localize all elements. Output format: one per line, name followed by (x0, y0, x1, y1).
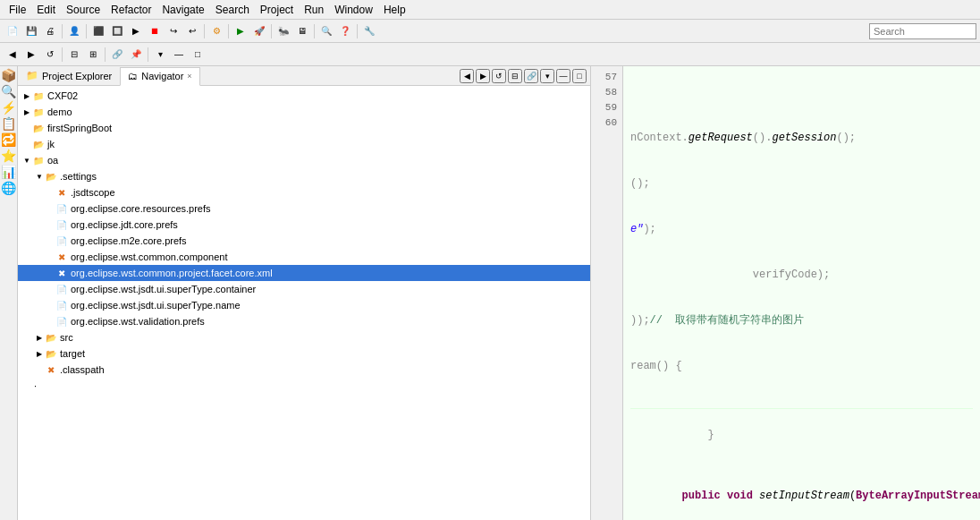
menu-project[interactable]: Project (255, 2, 299, 18)
search-icon-btn[interactable]: 🔍 (317, 22, 335, 40)
stop-btn[interactable]: ⏹ (146, 22, 164, 40)
tree-item-super-container[interactable]: 📄 org.eclipse.wst.jsdt.ui.superType.cont… (18, 281, 590, 297)
back-btn[interactable]: ◀ (4, 46, 21, 64)
link-btn[interactable]: 🔗 (108, 46, 126, 64)
tree-item-resources[interactable]: 📄 org.eclipse.core.resources.prefs (18, 200, 590, 217)
collapse-btn[interactable]: ⊟ (65, 46, 83, 64)
minimize-btn[interactable]: — (170, 46, 188, 64)
tab-forward[interactable]: ▶ (476, 69, 490, 83)
step-into-btn[interactable]: ↩ (183, 22, 201, 40)
tab-navigator[interactable]: 🗂 Navigator × (120, 67, 199, 86)
pin-btn[interactable]: 📌 (127, 46, 145, 64)
menu-refactor[interactable]: Refactor (106, 2, 156, 18)
tree-item-wst-project[interactable]: ✖ org.eclipse.wst.common.project.facet.c… (18, 265, 590, 281)
sep2 (86, 24, 87, 38)
project-icon-cxf02: 📁 (32, 90, 45, 102)
debug2-btn[interactable]: 🔲 (108, 22, 126, 40)
main-area: 📦 🔍 ⚡ 📋 🔁 ⭐ 📊 🌐 📁 Project Explorer 🗂 Nav… (0, 66, 980, 520)
label-m2e: org.eclipse.m2e.core.prefs (71, 235, 187, 246)
help-btn[interactable]: ❓ (336, 22, 354, 40)
print-btn[interactable]: 🖨 (41, 22, 59, 40)
label-demo: demo (47, 107, 72, 117)
tree-item-wst-common[interactable]: ✖ org.eclipse.wst.common.component (18, 249, 590, 265)
forward-btn[interactable]: ▶ (22, 46, 40, 64)
tab-menu[interactable]: ▾ (540, 69, 554, 83)
build-btn[interactable]: ⚙ (207, 22, 225, 40)
profile-btn[interactable]: 👤 (65, 22, 83, 40)
explorer-panel: ▶ 📁 CXF02 ▶ 📁 demo 📂 firstSpringBoot (18, 86, 590, 520)
step-over-btn[interactable]: ↪ (165, 22, 182, 40)
folder-icon-target: 📂 (45, 347, 57, 360)
menu-edit[interactable]: Edit (31, 2, 61, 18)
menu-source[interactable]: Source (61, 2, 106, 18)
run2-btn[interactable]: ▶ (232, 22, 249, 40)
tab-collapse-all[interactable]: ⊟ (508, 69, 522, 83)
label-cxf02: CXF02 (47, 90, 78, 101)
label-more: · (34, 380, 37, 391)
menu-navigate[interactable]: Navigate (156, 2, 209, 18)
code-text[interactable]: nContext.getRequest().getSession(); (); … (623, 66, 980, 520)
tree-item-jk[interactable]: 📂 jk (18, 136, 590, 152)
menu-file[interactable]: File (4, 2, 31, 18)
tree-item-m2e[interactable]: 📄 org.eclipse.m2e.core.prefs (18, 233, 590, 249)
tab-minimize[interactable]: — (556, 69, 570, 83)
tab-refresh[interactable]: ↺ (492, 69, 506, 83)
tab-link[interactable]: 🔗 (524, 69, 538, 83)
label-jk: jk (47, 139, 55, 149)
tab-maximize[interactable]: □ (572, 69, 587, 83)
save-btn[interactable]: 💾 (22, 22, 40, 40)
tree-item-cxf02[interactable]: ▶ 📁 CXF02 (18, 88, 590, 104)
sep6 (314, 24, 315, 38)
tab-project-explorer[interactable]: 📁 Project Explorer (18, 66, 120, 85)
sidebar-icon-5[interactable]: 🔁 (2, 132, 16, 147)
tree-item-validation[interactable]: 📄 org.eclipse.wst.validation.prefs (18, 313, 590, 329)
tree-item-jsdtscope[interactable]: ✖ .jsdtscope (18, 184, 590, 200)
tree-item-src[interactable]: ▶ 📂 src (18, 329, 590, 345)
line-num-60: 60 (595, 115, 617, 131)
debug-btn[interactable]: ⬛ (89, 22, 107, 40)
tree-item-more[interactable]: · (18, 378, 590, 394)
server-btn[interactable]: 🖥 (293, 22, 311, 40)
run-btn[interactable]: ▶ (127, 22, 145, 40)
sidebar-icon-7[interactable]: 📊 (2, 165, 16, 179)
file-icon-validation: 📄 (55, 315, 68, 328)
code-line-57: } (630, 413, 973, 458)
code-line-verify: verifyCode); (630, 268, 973, 283)
navigator-close[interactable]: × (187, 72, 191, 81)
search-input[interactable] (869, 23, 976, 39)
tree-item-demo[interactable]: ▶ 📁 demo (18, 104, 590, 120)
ext-btn[interactable]: 🔧 (360, 22, 378, 40)
sep9 (105, 47, 106, 62)
tree-item-settings[interactable]: ▼ 📂 .settings (18, 168, 590, 184)
code-content: 57 58 59 60 nContext.getRequest().getSes… (591, 66, 980, 520)
menu-run[interactable]: Run (299, 2, 329, 18)
expand-btn[interactable]: ⊞ (84, 46, 102, 64)
arrow-cxf02: ▶ (21, 92, 32, 100)
view-menu-btn[interactable]: ▾ (151, 46, 169, 64)
tree-item-oa[interactable]: ▼ 📁 oa (18, 152, 590, 168)
maximize-btn[interactable]: □ (189, 46, 207, 64)
tab-back[interactable]: ◀ (460, 69, 474, 83)
menu-search[interactable]: Search (210, 2, 255, 18)
sidebar-icon-6[interactable]: ⭐ (2, 149, 16, 163)
menu-window[interactable]: Window (329, 2, 378, 18)
run3-btn[interactable]: 🚀 (250, 22, 268, 40)
ant-btn[interactable]: 🐜 (275, 22, 292, 40)
sidebar-icon-3[interactable]: ⚡ (2, 100, 16, 115)
sidebar-icon-2[interactable]: 🔍 (2, 84, 16, 98)
tree-view[interactable]: ▶ 📁 CXF02 ▶ 📁 demo 📂 firstSpringBoot (18, 86, 590, 520)
tree-item-firstspringboot[interactable]: 📂 firstSpringBoot (18, 120, 590, 136)
menu-help[interactable]: Help (378, 2, 411, 18)
new-btn[interactable]: 📄 (4, 22, 21, 40)
sidebar-icon-1[interactable]: 📦 (2, 68, 16, 82)
sidebar-icon-8[interactable]: 🌐 (2, 181, 16, 195)
refresh-btn[interactable]: ↺ (41, 46, 59, 64)
tree-item-classpath[interactable]: ✖ .classpath (18, 362, 590, 378)
sidebar-icon-4[interactable]: 📋 (2, 116, 16, 131)
code-line-context: nContext.getRequest().getSession(); (630, 131, 973, 146)
code-line-paren: (); (630, 176, 973, 192)
tree-item-jdt[interactable]: 📄 org.eclipse.jdt.core.prefs (18, 217, 590, 233)
file-icon-wst-common: ✖ (55, 251, 68, 263)
tree-item-target[interactable]: ▶ 📂 target (18, 345, 590, 362)
tree-item-super-name[interactable]: 📄 org.eclipse.wst.jsdt.ui.superType.name (18, 297, 590, 313)
